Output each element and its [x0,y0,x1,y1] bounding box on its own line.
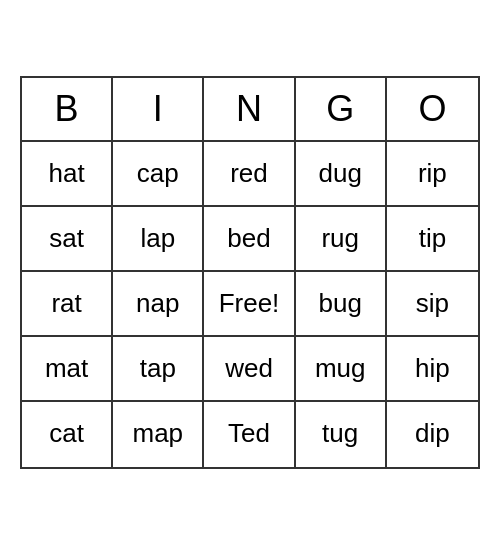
bingo-cell-6: lap [113,207,204,272]
bingo-cell-22: Ted [204,402,295,467]
bingo-cell-12: Free! [204,272,295,337]
bingo-cell-23: tug [296,402,387,467]
header-letter-g: G [296,78,387,140]
bingo-cell-3: dug [296,142,387,207]
bingo-cell-7: bed [204,207,295,272]
bingo-cell-21: map [113,402,204,467]
bingo-cell-9: tip [387,207,478,272]
bingo-cell-2: red [204,142,295,207]
bingo-cell-17: wed [204,337,295,402]
bingo-cell-20: cat [22,402,113,467]
bingo-cell-4: rip [387,142,478,207]
bingo-cell-19: hip [387,337,478,402]
bingo-cell-1: cap [113,142,204,207]
bingo-cell-13: bug [296,272,387,337]
header-letter-n: N [204,78,295,140]
bingo-cell-14: sip [387,272,478,337]
bingo-cell-15: mat [22,337,113,402]
bingo-cell-16: tap [113,337,204,402]
bingo-cell-18: mug [296,337,387,402]
bingo-cell-24: dip [387,402,478,467]
bingo-cell-11: nap [113,272,204,337]
bingo-card: BINGO hatcapreddugripsatlapbedrugtipratn… [20,76,480,469]
header-letter-b: B [22,78,113,140]
bingo-header: BINGO [22,78,478,142]
bingo-cell-8: rug [296,207,387,272]
bingo-cell-10: rat [22,272,113,337]
bingo-cell-5: sat [22,207,113,272]
header-letter-i: I [113,78,204,140]
bingo-grid: hatcapreddugripsatlapbedrugtipratnapFree… [22,142,478,467]
header-letter-o: O [387,78,478,140]
bingo-cell-0: hat [22,142,113,207]
